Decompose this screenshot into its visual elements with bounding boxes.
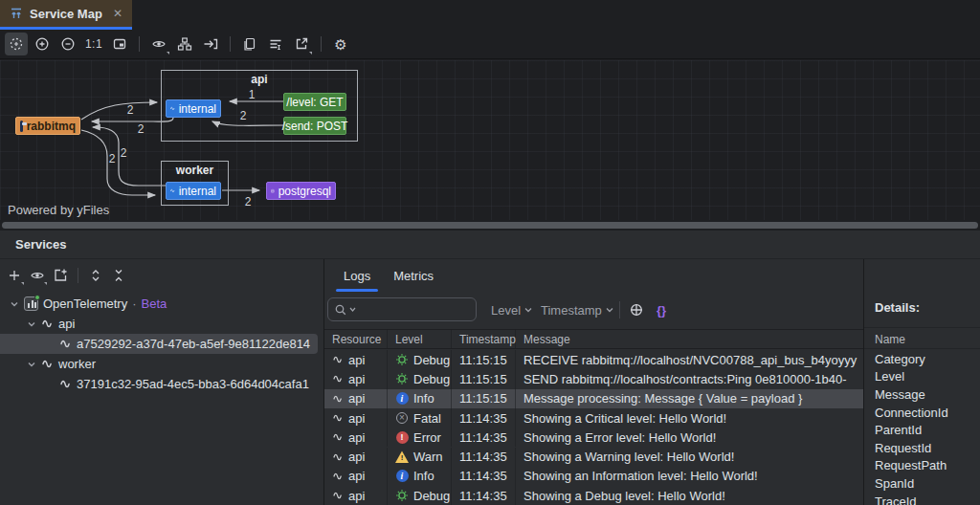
- log-row[interactable]: api !Error 11:14:35 Showing a Error leve…: [324, 428, 864, 447]
- details-row[interactable]: RequestPath: [875, 457, 947, 475]
- edge-label: 2: [245, 195, 252, 209]
- tab-metrics[interactable]: Metrics: [384, 260, 443, 292]
- export-button[interactable]: [290, 33, 313, 55]
- log-timestamp: 11:14:35: [459, 411, 507, 426]
- divider: [864, 348, 980, 349]
- node-api-internal[interactable]: internal: [166, 99, 221, 118]
- jump-to-source-button[interactable]: [199, 33, 222, 55]
- node-worker-internal[interactable]: internal: [166, 182, 221, 200]
- details-row[interactable]: Level: [875, 368, 904, 386]
- status-dot: [34, 295, 40, 300]
- column-header-message[interactable]: Message: [516, 330, 864, 348]
- level-filter[interactable]: Level: [491, 303, 532, 318]
- tool-window-tabbar: Service Map ✕: [0, 0, 980, 30]
- tree-item-worker[interactable]: worker: [27, 354, 96, 374]
- view-options-button[interactable]: [27, 265, 48, 286]
- tree-item-api-instance[interactable]: a7529292-a37d-47eb-a5ef-9e81122de814: [0, 334, 318, 354]
- column-header-level[interactable]: Level: [388, 330, 452, 348]
- search-box[interactable]: [327, 297, 477, 321]
- tree-item-opentelemetry[interactable]: OpenTelemetry · Beta: [10, 294, 167, 314]
- close-icon[interactable]: ✕: [113, 7, 122, 20]
- log-row[interactable]: api !Warn 11:14:35 Showing a Warning lev…: [324, 448, 864, 467]
- open-in-new-tab-button[interactable]: [50, 265, 71, 286]
- chevron-down-icon: [27, 319, 36, 329]
- log-resource: api: [348, 450, 365, 464]
- follow-button[interactable]: [625, 298, 648, 321]
- services-toolbar: [4, 263, 129, 288]
- details-title: Details:: [875, 300, 920, 315]
- dropdown-caret-icon: [167, 52, 169, 55]
- log-row[interactable]: api Debug 11:15:15 RECEIVE rabbitmq://lo…: [324, 350, 864, 369]
- fit-content-button[interactable]: [5, 33, 28, 55]
- tab-service-map[interactable]: Service Map ✕: [0, 0, 132, 30]
- toolbar-separator: [321, 36, 322, 52]
- pulse-icon: [332, 433, 344, 441]
- log-message: SEND rabbitmq://localhost/contracts:Ping…: [523, 372, 846, 386]
- legend-button[interactable]: [264, 33, 287, 55]
- tree-item-label: a7529292-a37d-47eb-a5ef-9e81122de814: [77, 337, 310, 351]
- copy-button[interactable]: [238, 33, 261, 55]
- column-header-resource[interactable]: Resource: [324, 330, 388, 348]
- expand-all-button[interactable]: [85, 265, 106, 286]
- json-view-button[interactable]: {}: [650, 298, 673, 321]
- yfiles-attribution: Powered by yFiles: [8, 203, 109, 217]
- service-map-icon: [10, 7, 23, 20]
- tree-item-api[interactable]: api: [27, 314, 75, 334]
- scrollbar-thumb[interactable]: [2, 222, 978, 229]
- export-icon: [294, 36, 309, 52]
- details-row[interactable]: RequestId: [875, 439, 931, 457]
- search-input[interactable]: [358, 302, 463, 317]
- map-edges: 2 2 2 2 1 2 2: [0, 60, 980, 221]
- log-level: Info: [413, 391, 434, 406]
- zoom-in-button[interactable]: [31, 33, 54, 55]
- column-header-timestamp[interactable]: Timestamp: [452, 330, 516, 348]
- log-row[interactable]: api iInfo 11:14:35 Showing an Informatio…: [324, 467, 864, 486]
- service-map-canvas[interactable]: 2 2 2 2 1 2 2 api worker rabbitmq intern…: [0, 60, 980, 221]
- tree-item-label: worker: [58, 357, 96, 371]
- visibility-button[interactable]: [147, 33, 170, 55]
- database-icon: [271, 186, 275, 197]
- zoom-out-button[interactable]: [56, 33, 79, 55]
- tree-item-label: api: [58, 317, 75, 331]
- details-name-column-header[interactable]: Name: [875, 333, 905, 346]
- map-horizontal-scrollbar[interactable]: [0, 220, 980, 231]
- log-row[interactable]: api Debug 11:15:15 SEND rabbitmq://local…: [324, 369, 864, 388]
- details-row[interactable]: ParentId: [875, 421, 922, 439]
- node-send-post[interactable]: /send: POST: [283, 117, 346, 135]
- log-timestamp: 11:15:15: [459, 391, 507, 406]
- node-label: internal: [179, 102, 216, 116]
- node-rabbitmq[interactable]: rabbitmq: [15, 117, 80, 135]
- lower-section: OpenTelemetry · Beta api a7529292-a37d-4…: [0, 259, 980, 505]
- edge-label: 2: [121, 146, 127, 160]
- node-level-get[interactable]: /level: GET: [283, 93, 346, 111]
- log-row-selected[interactable]: api iInfo 11:15:15 Message processing: M…: [324, 389, 864, 408]
- chevron-down-icon: [606, 307, 613, 313]
- details-row[interactable]: Category: [875, 350, 925, 368]
- debug-icon: [395, 353, 409, 366]
- log-level: Debug: [413, 489, 450, 503]
- details-row[interactable]: ConnectionId: [875, 404, 948, 422]
- layout-button[interactable]: [173, 33, 196, 55]
- details-panel: Details: Name Category Level Message Con…: [863, 259, 980, 505]
- details-row[interactable]: SpanId: [875, 474, 914, 493]
- info-icon: i: [395, 392, 409, 406]
- debug-icon: [395, 489, 409, 502]
- node-postgresql[interactable]: postgresql: [266, 182, 336, 200]
- log-resource: api: [348, 353, 365, 367]
- tree-item-worker-instance[interactable]: 37191c32-95ad-4ec5-bba3-6d64d04cafa1: [59, 374, 309, 394]
- log-resource: api: [348, 372, 365, 386]
- fit-to-window-button[interactable]: [108, 33, 131, 55]
- settings-button[interactable]: ⚙: [329, 33, 352, 55]
- actual-size-button[interactable]: 1:1: [82, 33, 105, 55]
- node-label: internal: [179, 185, 216, 198]
- log-row[interactable]: api Debug 11:14:35 Showing a Debug level…: [324, 486, 864, 505]
- details-row[interactable]: TraceId: [875, 493, 917, 505]
- log-row[interactable]: api ×Fatal 11:14:35 Showing a Critical l…: [324, 408, 864, 428]
- timestamp-filter[interactable]: Timestamp: [541, 303, 613, 318]
- tab-logs[interactable]: Logs: [334, 260, 380, 292]
- pulse-icon: [41, 360, 54, 368]
- details-row[interactable]: Message: [875, 385, 925, 404]
- log-level: Debug: [413, 353, 450, 367]
- add-button[interactable]: [4, 265, 25, 286]
- collapse-all-button[interactable]: [108, 265, 129, 286]
